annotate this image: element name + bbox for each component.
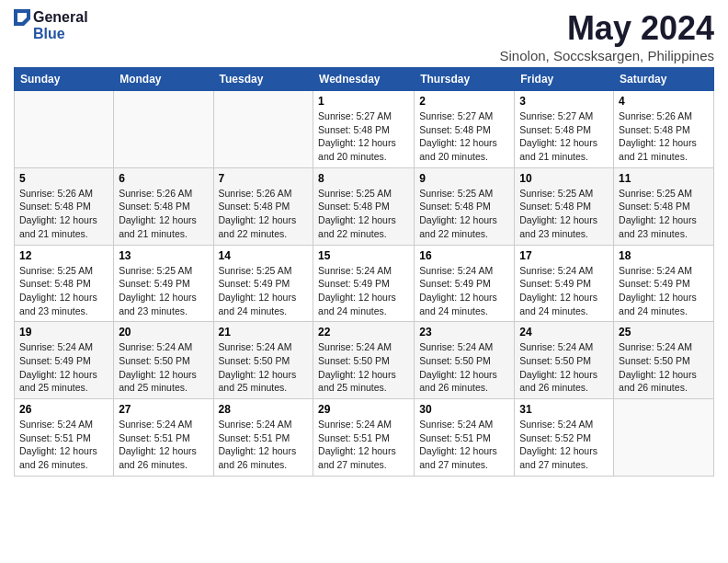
day-number: 24: [519, 326, 609, 339]
day-info: Sunrise: 5:27 AMSunset: 5:48 PMDaylight:…: [419, 110, 497, 162]
week-row-1: 1Sunrise: 5:27 AMSunset: 5:48 PMDaylight…: [15, 91, 714, 168]
day-cell: 11Sunrise: 5:25 AMSunset: 5:48 PMDayligh…: [614, 167, 714, 245]
logo: General Blue: [14, 9, 88, 42]
day-cell: 25Sunrise: 5:24 AMSunset: 5:50 PMDayligh…: [614, 322, 714, 399]
day-info: Sunrise: 5:25 AMSunset: 5:48 PMDaylight:…: [19, 265, 97, 316]
day-cell: 22Sunrise: 5:24 AMSunset: 5:50 PMDayligh…: [313, 322, 415, 399]
day-number: 1: [318, 95, 409, 108]
day-cell: [213, 91, 313, 168]
day-cell: 27Sunrise: 5:24 AMSunset: 5:51 PMDayligh…: [114, 399, 213, 477]
day-cell: [114, 91, 213, 168]
page-container: General Blue May 2024 Sinolon, Soccsksar…: [14, 9, 714, 477]
day-cell: 2Sunrise: 5:27 AMSunset: 5:48 PMDaylight…: [415, 91, 515, 168]
day-info: Sunrise: 5:24 AMSunset: 5:50 PMDaylight:…: [119, 341, 197, 393]
day-number: 9: [419, 172, 509, 185]
day-number: 23: [419, 326, 509, 339]
day-cell: 29Sunrise: 5:24 AMSunset: 5:51 PMDayligh…: [313, 399, 415, 477]
day-cell: 9Sunrise: 5:25 AMSunset: 5:48 PMDaylight…: [415, 167, 515, 245]
day-cell: 12Sunrise: 5:25 AMSunset: 5:48 PMDayligh…: [15, 245, 114, 322]
calendar-table: Sunday Monday Tuesday Wednesday Thursday…: [14, 67, 714, 477]
weekday-header-row: Sunday Monday Tuesday Wednesday Thursday…: [15, 68, 714, 91]
day-info: Sunrise: 5:24 AMSunset: 5:50 PMDaylight:…: [419, 341, 497, 393]
day-info: Sunrise: 5:24 AMSunset: 5:50 PMDaylight:…: [519, 341, 597, 393]
day-cell: 24Sunrise: 5:24 AMSunset: 5:50 PMDayligh…: [515, 322, 614, 399]
week-row-4: 19Sunrise: 5:24 AMSunset: 5:49 PMDayligh…: [15, 322, 714, 399]
calendar-location: Sinolon, Soccsksargen, Philippines: [500, 48, 714, 63]
day-info: Sunrise: 5:25 AMSunset: 5:48 PMDaylight:…: [519, 188, 597, 239]
day-number: 16: [419, 249, 509, 262]
day-cell: 17Sunrise: 5:24 AMSunset: 5:49 PMDayligh…: [515, 245, 614, 322]
day-number: 7: [219, 172, 309, 185]
day-info: Sunrise: 5:25 AMSunset: 5:48 PMDaylight:…: [619, 188, 697, 239]
day-number: 17: [519, 249, 609, 262]
header-monday: Monday: [114, 68, 213, 91]
day-info: Sunrise: 5:26 AMSunset: 5:48 PMDaylight:…: [619, 110, 697, 162]
header-sunday: Sunday: [15, 68, 114, 91]
logo-blue: Blue: [33, 26, 65, 42]
day-number: 19: [19, 326, 108, 339]
day-info: Sunrise: 5:26 AMSunset: 5:48 PMDaylight:…: [219, 188, 297, 239]
day-cell: 19Sunrise: 5:24 AMSunset: 5:49 PMDayligh…: [15, 322, 114, 399]
logo-general: General: [33, 9, 88, 26]
day-cell: 28Sunrise: 5:24 AMSunset: 5:51 PMDayligh…: [213, 399, 313, 477]
day-info: Sunrise: 5:25 AMSunset: 5:48 PMDaylight:…: [419, 188, 497, 239]
day-info: Sunrise: 5:24 AMSunset: 5:49 PMDaylight:…: [619, 265, 697, 316]
day-cell: 31Sunrise: 5:24 AMSunset: 5:52 PMDayligh…: [515, 399, 614, 477]
day-number: 30: [419, 403, 509, 416]
day-number: 13: [119, 249, 208, 262]
day-cell: 7Sunrise: 5:26 AMSunset: 5:48 PMDaylight…: [213, 167, 313, 245]
day-number: 29: [318, 403, 409, 416]
header-friday: Friday: [515, 68, 614, 91]
header-tuesday: Tuesday: [213, 68, 313, 91]
day-number: 28: [219, 403, 309, 416]
day-info: Sunrise: 5:27 AMSunset: 5:48 PMDaylight:…: [519, 110, 597, 162]
day-cell: 15Sunrise: 5:24 AMSunset: 5:49 PMDayligh…: [313, 245, 415, 322]
day-number: 2: [419, 95, 509, 108]
day-info: Sunrise: 5:24 AMSunset: 5:50 PMDaylight:…: [619, 341, 697, 393]
day-info: Sunrise: 5:26 AMSunset: 5:48 PMDaylight:…: [119, 188, 197, 239]
day-info: Sunrise: 5:24 AMSunset: 5:51 PMDaylight:…: [219, 419, 297, 470]
day-number: 10: [519, 172, 609, 185]
day-info: Sunrise: 5:24 AMSunset: 5:51 PMDaylight:…: [318, 419, 396, 470]
day-info: Sunrise: 5:24 AMSunset: 5:50 PMDaylight:…: [318, 341, 396, 393]
day-info: Sunrise: 5:25 AMSunset: 5:49 PMDaylight:…: [119, 265, 197, 316]
page-header: General Blue May 2024 Sinolon, Soccsksar…: [14, 9, 714, 63]
day-number: 3: [519, 95, 609, 108]
day-info: Sunrise: 5:24 AMSunset: 5:51 PMDaylight:…: [19, 419, 97, 470]
header-thursday: Thursday: [415, 68, 515, 91]
day-cell: 21Sunrise: 5:24 AMSunset: 5:50 PMDayligh…: [213, 322, 313, 399]
day-number: 15: [318, 249, 409, 262]
logo-icon: [14, 9, 30, 26]
day-number: 25: [619, 326, 709, 339]
day-cell: 4Sunrise: 5:26 AMSunset: 5:48 PMDaylight…: [614, 91, 714, 168]
day-info: Sunrise: 5:25 AMSunset: 5:49 PMDaylight:…: [219, 265, 297, 316]
day-info: Sunrise: 5:24 AMSunset: 5:51 PMDaylight:…: [419, 419, 497, 470]
day-cell: 16Sunrise: 5:24 AMSunset: 5:49 PMDayligh…: [415, 245, 515, 322]
day-cell: 6Sunrise: 5:26 AMSunset: 5:48 PMDaylight…: [114, 167, 213, 245]
day-cell: 10Sunrise: 5:25 AMSunset: 5:48 PMDayligh…: [515, 167, 614, 245]
day-number: 26: [19, 403, 108, 416]
day-cell: 23Sunrise: 5:24 AMSunset: 5:50 PMDayligh…: [415, 322, 515, 399]
day-number: 27: [119, 403, 208, 416]
day-number: 8: [318, 172, 409, 185]
day-number: 21: [219, 326, 309, 339]
day-info: Sunrise: 5:26 AMSunset: 5:48 PMDaylight:…: [19, 188, 97, 239]
day-cell: [15, 91, 114, 168]
day-number: 22: [318, 326, 409, 339]
day-number: 4: [619, 95, 709, 108]
day-cell: [614, 399, 714, 477]
day-number: 12: [19, 249, 108, 262]
day-number: 31: [519, 403, 609, 416]
day-cell: 8Sunrise: 5:25 AMSunset: 5:48 PMDaylight…: [313, 167, 415, 245]
day-info: Sunrise: 5:25 AMSunset: 5:48 PMDaylight:…: [318, 188, 396, 239]
day-cell: 13Sunrise: 5:25 AMSunset: 5:49 PMDayligh…: [114, 245, 213, 322]
calendar-title: May 2024: [500, 9, 714, 48]
day-info: Sunrise: 5:24 AMSunset: 5:51 PMDaylight:…: [119, 419, 197, 470]
week-row-5: 26Sunrise: 5:24 AMSunset: 5:51 PMDayligh…: [15, 399, 714, 477]
day-cell: 20Sunrise: 5:24 AMSunset: 5:50 PMDayligh…: [114, 322, 213, 399]
day-number: 18: [619, 249, 709, 262]
day-number: 14: [219, 249, 309, 262]
week-row-2: 5Sunrise: 5:26 AMSunset: 5:48 PMDaylight…: [15, 167, 714, 245]
day-cell: 1Sunrise: 5:27 AMSunset: 5:48 PMDaylight…: [313, 91, 415, 168]
day-cell: 14Sunrise: 5:25 AMSunset: 5:49 PMDayligh…: [213, 245, 313, 322]
